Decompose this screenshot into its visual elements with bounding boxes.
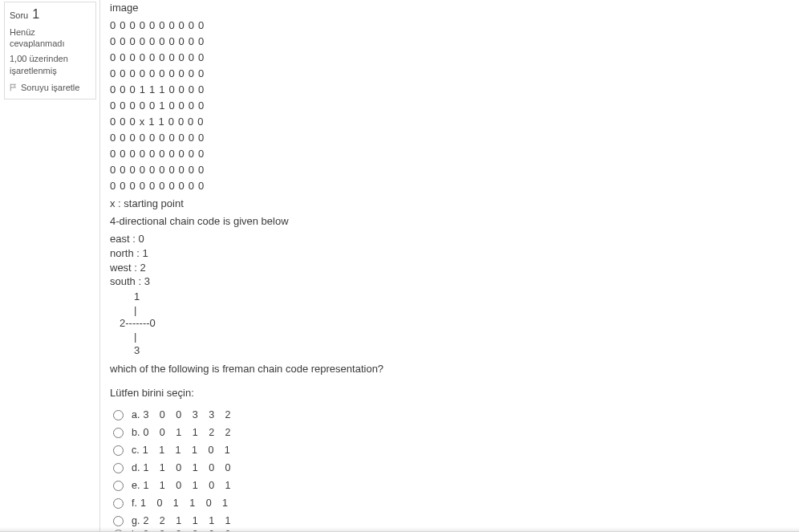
matrix-row: 0000000000: [110, 130, 799, 146]
answer-radio[interactable]: [113, 498, 124, 509]
answer-label: a.3 0 0 3 3 2: [132, 408, 231, 423]
starting-point-note: x : starting point: [110, 196, 799, 212]
dir-west: west : 2: [110, 261, 799, 275]
direction-definitions: east : 0 north : 1 west : 2 south : 3: [110, 232, 799, 288]
answer-radio[interactable]: [113, 445, 124, 456]
answer-option[interactable]: e.1 1 0 1 0 1: [110, 477, 799, 494]
flag-question-link[interactable]: Soruyu işaretle: [10, 82, 91, 94]
question-number-value: 1: [32, 7, 39, 21]
flag-icon: [10, 83, 18, 91]
answer-label: c.1 1 1 1 0 1: [132, 443, 230, 458]
answer-label: f.1 0 1 1 0 1: [132, 496, 228, 511]
dir-north: north : 1: [110, 246, 799, 261]
answer-label: b.0 0 1 1 2 2: [132, 425, 231, 441]
answer-label: e.1 1 0 1 0 1: [132, 478, 231, 493]
answer-radio[interactable]: [113, 481, 124, 491]
chain-code-intro: 4-directional chain code is given below: [110, 213, 799, 229]
flag-question-label: Soruyu işaretle: [21, 82, 79, 94]
answer-options: a.3 0 0 3 3 2 b.0 0 1 1 2 2 c.1 1 1 1 0 …: [110, 406, 799, 532]
matrix-row: 0000000000: [110, 66, 799, 82]
answer-option[interactable]: d.1 1 0 1 0 0: [110, 459, 799, 477]
matrix-row: 0001110000: [110, 82, 799, 98]
question-marks: 1,00 üzerinden işaretlenmiş: [10, 53, 91, 77]
question-ask-text: which of the following is freman chain c…: [110, 361, 799, 377]
question-matrix: 0000000000 0000000000 0000000000 0000000…: [110, 18, 799, 194]
question-info-sidebar: Soru 1 Henüz cevaplanmadı 1,00 üzerinden…: [0, 0, 96, 532]
dir-east: east : 0: [110, 232, 799, 246]
viewport-bottom-edge: [0, 527, 799, 532]
answer-radio[interactable]: [113, 410, 124, 420]
question-image-label: image: [110, 0, 799, 16]
question-info-box: Soru 1 Henüz cevaplanmadı 1,00 üzerinden…: [4, 2, 96, 99]
matrix-row: 0000010000: [110, 98, 799, 114]
question-label-text: Soru: [10, 10, 28, 20]
answer-radio[interactable]: [113, 428, 124, 438]
matrix-row: 000x110000: [110, 114, 799, 130]
matrix-row: 0000000000: [110, 18, 799, 34]
answer-option[interactable]: f.1 0 1 1 0 1: [110, 494, 799, 512]
matrix-row: 0000000000: [110, 50, 799, 66]
answer-radio[interactable]: [113, 516, 124, 526]
answer-option[interactable]: c.1 1 1 1 0 1: [110, 441, 799, 459]
question-number: Soru 1: [10, 6, 91, 23]
matrix-row: 0000000000: [110, 34, 799, 50]
question-content: image 0000000000 0000000000 0000000000 0…: [99, 0, 799, 532]
dir-south: south : 3: [110, 274, 799, 289]
matrix-row: 0000000000: [110, 162, 799, 178]
answer-radio[interactable]: [113, 463, 124, 473]
answer-option[interactable]: b.0 0 1 1 2 2: [110, 424, 799, 441]
question-status-unanswered: Henüz cevaplanmadı: [10, 26, 91, 51]
compass-diagram: 1 | 2-------0 | 3: [120, 290, 799, 358]
answer-option[interactable]: a.3 0 0 3 3 2: [110, 406, 799, 424]
matrix-row: 0000000000: [110, 178, 799, 194]
answer-label: d.1 1 0 1 0 0: [132, 461, 231, 476]
matrix-row: 0000000000: [110, 146, 799, 162]
answer-prompt: Lütfen birini seçin:: [110, 385, 799, 401]
